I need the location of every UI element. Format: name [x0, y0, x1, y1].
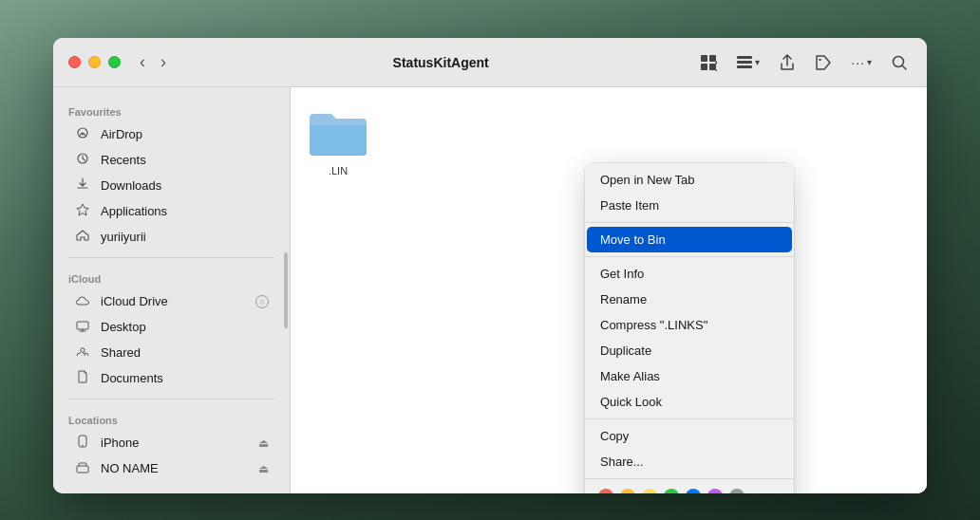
ctx-open-new-tab-label: Open in New Tab: [600, 173, 695, 187]
forward-button[interactable]: ›: [157, 50, 170, 74]
svg-point-7: [820, 58, 821, 60]
svg-line-9: [902, 65, 906, 69]
ctx-quick-look[interactable]: Quick Look: [587, 389, 792, 415]
documents-icon: [74, 370, 91, 386]
folder-icon-svg: [305, 106, 371, 158]
ctx-duplicate-label: Duplicate: [600, 344, 651, 358]
folder-label: .LIN: [305, 165, 371, 176]
sidebar-section-locations: Locations: [53, 407, 290, 430]
airdrop-icon: [74, 126, 91, 142]
sidebar-section-icloud: iCloud: [53, 266, 290, 288]
sidebar-item-noname[interactable]: NO NAME ⏏: [59, 455, 284, 481]
view-icon-grid[interactable]: [696, 50, 721, 75]
close-button[interactable]: [68, 56, 81, 68]
minimize-button[interactable]: [88, 56, 101, 68]
sidebar-divider-2: [68, 399, 274, 399]
sidebar-item-documents[interactable]: Documents: [59, 365, 284, 391]
sidebar-item-iphone[interactable]: iPhone ⏏: [59, 430, 284, 455]
search-icon: [891, 54, 908, 71]
ctx-share[interactable]: Share...: [587, 449, 792, 474]
view-list-icon: [736, 54, 753, 71]
tag-yellow[interactable]: [642, 489, 657, 493]
ctx-paste-item-label: Paste Item: [600, 198, 659, 213]
back-button[interactable]: ‹: [136, 50, 149, 74]
finder-window: ‹ › StatusKitAgent: [53, 38, 927, 493]
view-options-button[interactable]: ▾: [732, 50, 763, 75]
ctx-compress[interactable]: Compress ".LINKS": [587, 312, 792, 338]
search-button[interactable]: [887, 50, 912, 75]
toolbar-right: ▾ ··· ▾: [696, 50, 912, 75]
ctx-make-alias-label: Make Alias: [600, 369, 660, 383]
tag-orange[interactable]: [620, 489, 635, 493]
ctx-sep-2: [585, 256, 794, 257]
share-button[interactable]: [775, 50, 800, 75]
tag-purple[interactable]: [707, 489, 723, 493]
tag-button[interactable]: [811, 50, 836, 75]
ctx-move-to-bin[interactable]: Move to Bin: [587, 227, 792, 252]
sidebar-item-applications[interactable]: Applications: [59, 198, 284, 224]
home-icon: [74, 229, 91, 245]
applications-icon: [74, 203, 91, 219]
window-title: StatusKitAgent: [185, 55, 696, 70]
sidebar-item-home[interactable]: yuriiyurii: [59, 224, 284, 250]
more-icon: ···: [851, 55, 865, 70]
desktop-label: Desktop: [101, 320, 146, 334]
icloud-icon: [74, 293, 91, 309]
applications-label: Applications: [101, 204, 167, 218]
sidebar-item-icloud-drive[interactable]: iCloud Drive ○: [59, 288, 284, 314]
ctx-quick-look-label: Quick Look: [600, 395, 662, 409]
main-content: Favourites AirDrop Recents Downloads: [53, 87, 927, 493]
sidebar-divider-1: [68, 257, 274, 258]
recents-label: Recents: [101, 153, 146, 167]
tag-gray[interactable]: [729, 489, 744, 493]
shared-label: Shared: [101, 345, 141, 360]
ctx-duplicate[interactable]: Duplicate: [587, 338, 792, 363]
sidebar-item-desktop[interactable]: Desktop: [59, 314, 284, 340]
share-icon: [779, 54, 796, 71]
sidebar: Favourites AirDrop Recents Downloads: [53, 87, 291, 493]
tag-blue[interactable]: [686, 489, 701, 493]
svg-rect-5: [737, 61, 752, 64]
svg-rect-0: [701, 55, 707, 62]
title-bar: ‹ › StatusKitAgent: [53, 38, 927, 87]
sidebar-item-shared[interactable]: Shared: [59, 340, 284, 365]
shared-icon: [74, 344, 91, 361]
svg-point-16: [82, 445, 84, 447]
svg-rect-1: [709, 55, 716, 62]
icloud-indicator: ○: [255, 295, 269, 308]
nav-buttons: ‹ ›: [136, 50, 170, 74]
sidebar-scrollbar[interactable]: [284, 252, 288, 328]
sidebar-item-recents[interactable]: Recents: [59, 147, 284, 173]
sidebar-item-airdrop[interactable]: AirDrop: [59, 121, 284, 147]
ctx-sep-4: [585, 478, 794, 479]
folder-item[interactable]: .LIN: [305, 106, 371, 163]
noname-label: NO NAME: [101, 461, 159, 475]
traffic-lights: [68, 56, 121, 68]
more-chevron: ▾: [867, 57, 872, 67]
airdrop-label: AirDrop: [101, 127, 142, 141]
ctx-copy[interactable]: Copy: [587, 423, 792, 449]
maximize-button[interactable]: [108, 56, 121, 68]
sidebar-item-downloads[interactable]: Downloads: [59, 173, 284, 198]
noname-eject-icon[interactable]: ⏏: [258, 462, 269, 475]
desktop-icon: [74, 319, 91, 335]
documents-label: Documents: [101, 371, 163, 385]
sidebar-section-favourites: Favourites: [53, 99, 290, 121]
downloads-icon: [74, 177, 91, 194]
more-button[interactable]: ··· ▾: [847, 51, 876, 74]
iphone-icon: [74, 435, 91, 451]
ctx-paste-item[interactable]: Paste Item: [587, 193, 792, 218]
ctx-tags-row: [585, 483, 794, 493]
view-chevron: ▾: [755, 57, 760, 67]
iphone-eject-icon[interactable]: ⏏: [258, 436, 269, 450]
ctx-open-new-tab[interactable]: Open in New Tab: [587, 167, 792, 193]
ctx-rename-label: Rename: [600, 292, 647, 306]
ctx-get-info[interactable]: Get Info: [587, 261, 792, 287]
tag-green[interactable]: [664, 489, 679, 493]
ctx-rename[interactable]: Rename: [587, 287, 792, 312]
grid-icon: [700, 54, 717, 71]
recents-icon: [74, 152, 91, 168]
ctx-make-alias[interactable]: Make Alias: [587, 363, 792, 389]
ctx-sep-3: [585, 418, 794, 419]
tag-red[interactable]: [598, 489, 613, 493]
